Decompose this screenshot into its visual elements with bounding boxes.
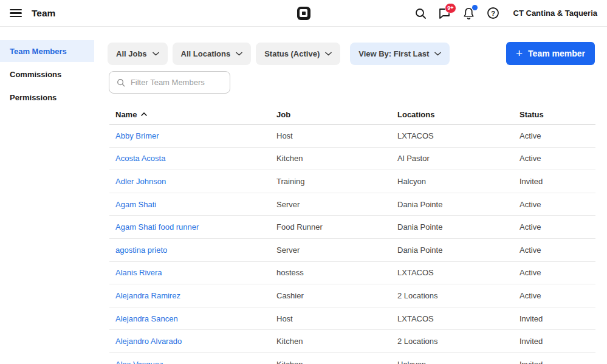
search-icon <box>117 78 125 88</box>
member-locations: Al Pastor <box>397 154 520 163</box>
member-locations: Halcyon <box>397 360 520 364</box>
sort-ascending-icon <box>141 112 147 116</box>
column-header-name[interactable]: Name <box>115 110 276 119</box>
table-row: Acosta Acosta Kitchen Al Pastor Active <box>109 148 595 171</box>
member-status: Active <box>520 268 595 277</box>
chat-badge: 9+ <box>445 3 456 13</box>
chevron-down-icon <box>325 52 332 56</box>
member-name-link[interactable]: Agam Shati food runner <box>115 222 276 232</box>
table-row: Agam Shati food runner Food Runner Dania… <box>109 216 595 239</box>
column-header-job[interactable]: Job <box>276 110 397 119</box>
member-name-link[interactable]: Abby Brimer <box>115 131 276 140</box>
member-name-link[interactable]: Alejandro Alvarado <box>115 337 276 346</box>
filter-team-members-search[interactable] <box>109 71 230 94</box>
help-icon[interactable]: ? <box>487 7 500 20</box>
main-content: All Jobs All Locations Status (Active) V… <box>100 27 607 364</box>
filter-status[interactable]: Status (Active) <box>256 43 340 65</box>
member-locations: 2 Locations <box>397 291 520 300</box>
column-header-locations[interactable]: Locations <box>397 110 520 119</box>
member-job: Server <box>276 246 397 255</box>
table-row: Alejandra Sancen Host LXTACOS Invited <box>109 307 595 331</box>
member-job: Training <box>276 177 397 186</box>
member-name-link[interactable]: Alex Vasquez <box>115 360 276 364</box>
search-row <box>109 71 595 94</box>
member-status: Invited <box>520 360 595 364</box>
member-name-link[interactable]: Alanis Rivera <box>115 268 276 277</box>
notifications-bell-icon[interactable] <box>462 7 476 20</box>
column-header-status[interactable]: Status <box>520 110 595 119</box>
table-body: Abby Brimer Host LXTACOS Active Acosta A… <box>109 125 595 364</box>
table-row: Alejandra Ramirez Cashier 2 Locations Ac… <box>109 284 595 307</box>
table-row: Alejandro Alvarado Kitchen 2 Locations I… <box>109 330 595 353</box>
member-name-link[interactable]: Adler Johnson <box>115 177 276 186</box>
member-locations: Dania Pointe <box>397 246 520 255</box>
member-locations: Dania Pointe <box>397 200 520 209</box>
plus-icon: + <box>516 47 523 59</box>
sidebar-item-permissions[interactable]: Permissions <box>0 86 94 108</box>
table-row: Alanis Rivera hostess LXTACOS Active <box>109 262 595 285</box>
table-row: Alex Vasquez Kitchen Halcyon Invited <box>109 353 595 364</box>
member-job: Food Runner <box>276 222 397 232</box>
member-job: Kitchen <box>276 337 397 346</box>
member-name-link[interactable]: Alejandra Sancen <box>115 314 276 323</box>
table-row: Adler Johnson Training Halcyon Invited <box>109 170 595 193</box>
filter-view-by[interactable]: View By: First Last <box>350 43 450 65</box>
filter-all-jobs[interactable]: All Jobs <box>108 43 168 65</box>
member-name-link[interactable]: Alejandra Ramirez <box>115 291 276 300</box>
chevron-down-icon <box>434 52 441 56</box>
member-name-link[interactable]: agostina prieto <box>115 246 276 255</box>
sidebar-item-commissions[interactable]: Commissions <box>0 63 94 85</box>
topbar: Team 9+ ? <box>0 0 607 27</box>
member-job: Kitchen <box>276 154 397 163</box>
search-icon[interactable] <box>414 7 427 20</box>
merchant-name[interactable]: CT Cantina & Taqueria <box>513 9 597 18</box>
team-members-table: Name Job Locations Status Abby Brimer Ho… <box>109 105 595 364</box>
member-locations: LXTACOS <box>397 131 520 140</box>
page-title: Team <box>32 8 55 19</box>
filters-row: All Jobs All Locations Status (Active) V… <box>108 42 595 65</box>
member-locations: Halcyon <box>397 177 520 186</box>
messages-icon[interactable]: 9+ <box>438 7 451 20</box>
member-job: Server <box>276 200 397 209</box>
member-locations: 2 Locations <box>397 337 520 346</box>
member-status: Active <box>520 291 595 300</box>
member-status: Invited <box>520 314 595 323</box>
member-status: Active <box>520 154 595 163</box>
svg-text:?: ? <box>491 10 495 17</box>
notification-dot <box>472 5 478 10</box>
member-status: Active <box>520 246 595 255</box>
square-logo-icon <box>297 7 310 20</box>
member-locations: LXTACOS <box>397 314 520 323</box>
member-status: Invited <box>520 337 595 346</box>
member-status: Invited <box>520 177 595 186</box>
member-job: Cashier <box>276 291 397 300</box>
member-name-link[interactable]: Acosta Acosta <box>115 154 276 163</box>
sidebar: Team Members Commissions Permissions <box>0 27 100 364</box>
filter-all-locations[interactable]: All Locations <box>173 43 252 65</box>
sidebar-item-team-members[interactable]: Team Members <box>0 40 94 62</box>
table-row: agostina prieto Server Dania Pointe Acti… <box>109 239 595 262</box>
member-job: Host <box>276 131 397 140</box>
chevron-down-icon <box>236 52 242 56</box>
add-team-member-button[interactable]: + Team member <box>506 42 595 65</box>
chevron-down-icon <box>153 52 159 56</box>
member-job: Host <box>276 314 397 323</box>
member-locations: Dania Pointe <box>397 222 520 232</box>
member-job: Kitchen <box>276 360 397 364</box>
member-status: Active <box>520 131 595 140</box>
hamburger-menu-icon[interactable] <box>10 9 22 18</box>
search-input[interactable] <box>131 78 222 87</box>
member-name-link[interactable]: Agam Shati <box>115 200 276 209</box>
member-status: Active <box>520 200 595 209</box>
table-header-row: Name Job Locations Status <box>109 105 595 125</box>
member-status: Active <box>520 222 595 232</box>
table-row: Abby Brimer Host LXTACOS Active <box>109 125 595 148</box>
member-job: hostess <box>276 268 397 277</box>
member-locations: LXTACOS <box>397 268 520 277</box>
table-row: Agam Shati Server Dania Pointe Active <box>109 193 595 216</box>
